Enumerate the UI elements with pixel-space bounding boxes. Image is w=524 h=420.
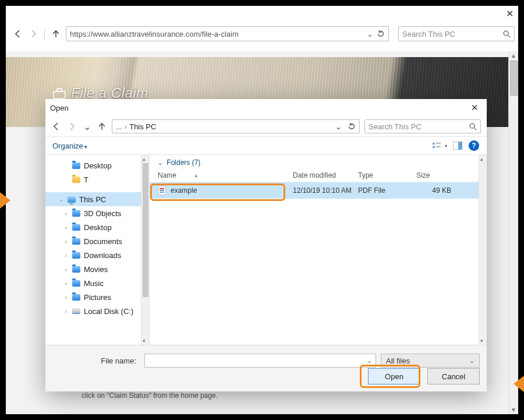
dialog-forward-button[interactable]: [66, 121, 77, 132]
tree-item[interactable]: ›3D Objects: [45, 206, 149, 220]
tree-item[interactable]: ›Music: [45, 276, 149, 290]
dialog-back-button[interactable]: [51, 121, 62, 132]
browser-back-button[interactable]: [13, 29, 23, 39]
browser-up-button[interactable]: [51, 29, 61, 39]
column-name[interactable]: Name: [158, 171, 176, 179]
breadcrumb-dots[interactable]: ...: [116, 122, 122, 131]
tree-item[interactable]: T: [45, 172, 149, 186]
chevron-right-icon[interactable]: ›: [63, 280, 69, 287]
folder-blue-icon: [72, 266, 80, 273]
chevron-right-icon[interactable]: ›: [63, 266, 69, 273]
tree-item-label: Desktop: [84, 161, 112, 170]
tree-item[interactable]: ›Pictures: [45, 290, 149, 304]
folder-blue-icon: [72, 238, 80, 245]
scroll-up-icon[interactable]: ▲: [511, 52, 516, 59]
dialog-history-button[interactable]: ⌄: [82, 121, 92, 132]
chevron-down-icon[interactable]: ⌄: [367, 30, 373, 38]
tree-item[interactable]: ›Desktop: [45, 220, 149, 234]
svg-rect-1: [54, 91, 65, 98]
dialog-search-input[interactable]: Search This PC: [364, 119, 481, 133]
url-bar[interactable]: https://www.allianztravelinsurance.com/f…: [66, 26, 389, 41]
file-row[interactable]: example12/10/19 10:10 AMPDF File49 KB: [150, 182, 487, 199]
dialog-up-button[interactable]: [97, 121, 107, 132]
organize-menu[interactable]: Organize▾: [52, 142, 87, 150]
tree-item-label: Documents: [84, 237, 122, 246]
tree-scrollbar[interactable]: ▴▾: [141, 155, 149, 345]
reload-icon[interactable]: [348, 122, 356, 130]
tree-item[interactable]: ›Downloads: [45, 248, 149, 262]
file-list[interactable]: ⌄ Folders (7) Name▲ Date modified Type S…: [149, 155, 487, 345]
svg-rect-5: [436, 143, 441, 144]
footer-hint-text: click on "Claim Status" from the home pa…: [82, 391, 218, 400]
chevron-down-icon: ⌄: [158, 160, 162, 166]
browser-search-placeholder: Search This PC: [402, 30, 502, 38]
view-options-button[interactable]: [432, 140, 444, 151]
pc-icon: [68, 196, 76, 203]
scroll-down-icon[interactable]: ▾: [480, 338, 483, 344]
help-button[interactable]: ?: [468, 140, 480, 151]
column-type[interactable]: Type: [358, 171, 416, 179]
open-button[interactable]: Open: [368, 368, 420, 384]
browser-search-input[interactable]: Search This PC: [398, 26, 515, 41]
chevron-down-icon[interactable]: ⌄: [58, 196, 64, 203]
svg-rect-8: [458, 142, 462, 150]
svg-rect-6: [436, 146, 441, 147]
chevron-right-icon[interactable]: ›: [63, 294, 69, 301]
callout-arrow-left-icon: [0, 192, 10, 209]
tree-item-label: Local Disk (C:): [84, 307, 133, 316]
svg-rect-4: [433, 146, 435, 148]
breadcrumb-crumb[interactable]: This PC: [129, 122, 156, 131]
chevron-right-icon[interactable]: ›: [63, 238, 69, 245]
breadcrumb[interactable]: ... › This PC ⌄: [112, 119, 360, 133]
folder-blue-icon: [72, 163, 80, 169]
scroll-thumb[interactable]: [510, 61, 518, 96]
chevron-right-icon[interactable]: ›: [63, 252, 69, 259]
tree-item-label: Pictures: [84, 293, 111, 302]
scroll-up-icon[interactable]: ▴: [480, 156, 483, 162]
folder-blue-icon: [72, 294, 80, 301]
group-header[interactable]: ⌄ Folders (7): [150, 155, 487, 169]
tree-item[interactable]: ›Local Disk (C:): [45, 304, 149, 318]
tree-item[interactable]: ›Movies: [45, 262, 149, 276]
column-date[interactable]: Date modified: [293, 171, 358, 179]
browser-toolbar: https://www.allianztravelinsurance.com/f…: [6, 23, 518, 44]
folder-blue-icon: [72, 224, 80, 231]
scroll-up-icon[interactable]: ▴: [143, 156, 146, 162]
preview-pane-button[interactable]: [452, 140, 463, 151]
svg-rect-3: [433, 143, 435, 144]
scroll-down-icon[interactable]: ▼: [511, 407, 516, 413]
tree-item-label: Downloads: [84, 251, 121, 260]
scroll-thumb[interactable]: [143, 163, 148, 297]
search-icon: [502, 30, 511, 38]
chevron-down-icon: ⌄: [469, 357, 475, 365]
file-name-input[interactable]: ⌄: [144, 354, 376, 368]
tree-item[interactable]: ›Documents: [45, 234, 149, 248]
chevron-right-icon[interactable]: ›: [63, 224, 69, 231]
scroll-down-icon[interactable]: ▾: [143, 338, 146, 344]
folder-blue-icon: [72, 280, 80, 287]
browser-close-button[interactable]: ✕: [506, 8, 514, 19]
chevron-right-icon[interactable]: ›: [63, 308, 69, 315]
tree-item[interactable]: Desktop: [45, 158, 149, 172]
page-scrollbar[interactable]: ▲ ▼: [508, 51, 518, 414]
column-headers[interactable]: Name▲ Date modified Type Size: [150, 169, 487, 182]
svg-point-0: [504, 31, 508, 36]
chevron-down-icon[interactable]: ⌄: [367, 357, 372, 365]
chevron-down-icon[interactable]: ▾: [445, 143, 447, 149]
tree-item-label: 3D Objects: [84, 209, 121, 218]
callout-arrow-right-icon: [514, 376, 524, 392]
dialog-close-button[interactable]: ✕: [468, 101, 482, 114]
file-type-select[interactable]: All files ⌄: [381, 354, 480, 368]
chevron-right-icon: ›: [125, 122, 127, 131]
reload-icon[interactable]: [377, 30, 385, 38]
folder-tree[interactable]: DesktopT⌄This PC›3D Objects›Desktop›Docu…: [45, 155, 149, 345]
browser-forward-button[interactable]: [28, 29, 38, 39]
tree-item-label: Desktop: [84, 223, 112, 232]
chevron-right-icon[interactable]: ›: [63, 210, 69, 217]
tree-item[interactable]: ⌄This PC: [45, 192, 149, 206]
column-size[interactable]: Size: [416, 171, 463, 179]
cancel-button[interactable]: Cancel: [427, 368, 480, 384]
chevron-down-icon[interactable]: ⌄: [335, 122, 342, 131]
file-size: 49 KB: [416, 186, 463, 195]
file-list-scrollbar[interactable]: ▴ ▾: [479, 155, 487, 345]
